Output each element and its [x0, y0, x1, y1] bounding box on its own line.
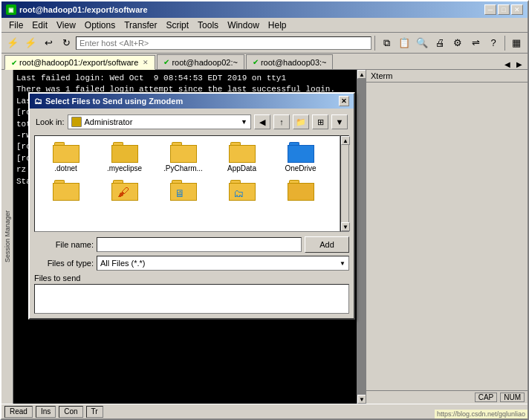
toolbar-connect-icon[interactable]: ⚡ [22, 35, 39, 51]
tab-2-label: root@hadoop03:~ [261, 58, 327, 67]
dialog-overlay: 🗂 Select Files to Send using Zmodem ✕ Lo… [13, 70, 366, 404]
file-item-pycharm[interactable]: .PyCharm... [155, 139, 211, 174]
toolbar-settings-icon[interactable]: ⚙ [450, 35, 466, 51]
file-browser-container: .dotnet .myeclipse [34, 135, 349, 232]
file-browser-scrollbar[interactable]: ▲ ▼ [340, 135, 349, 232]
dialog-body: Look in: Administrator ▼ ◀ ↑ 📁 ⊞ ▼ [30, 109, 354, 318]
tab-0-icon: ✔ [11, 59, 17, 67]
right-panel: Xterm https://blog.csdn.net/gqlunliao CA… [366, 70, 528, 404]
tab-2[interactable]: ✔ root@hadoop03:~ [246, 54, 334, 69]
menu-help[interactable]: Help [264, 19, 291, 31]
menu-tools[interactable]: Tools [193, 19, 223, 31]
file-inputs: File name: Add Files of type: All Files … [34, 236, 349, 314]
add-button[interactable]: Add [305, 236, 349, 253]
file-item-special5[interactable] [273, 177, 328, 204]
folder-icon-special4: 🗂 [229, 178, 256, 201]
file-item-appdata[interactable]: AppData [214, 139, 270, 174]
maximize-button[interactable]: □ [498, 4, 510, 15]
toolbar-find-icon[interactable]: 🔍 [414, 35, 430, 51]
menu-options[interactable]: Options [80, 19, 120, 31]
look-in-label: Look in: [36, 117, 65, 126]
look-in-select[interactable]: Administrator ▼ [68, 114, 251, 129]
file-scroll-up[interactable]: ▲ [341, 136, 350, 145]
right-panel-content: https://blog.csdn.net/gqlunliao [366, 83, 528, 390]
toolbar-transfer-icon[interactable]: ⇌ [467, 35, 484, 51]
view-options-button[interactable]: ⊞ [312, 114, 328, 129]
file-item-special3[interactable]: 🖥 [155, 177, 211, 204]
toolbar-separator-2 [504, 36, 505, 51]
num-badge: NUM [500, 392, 525, 402]
tab-arrows: ◀ ▶ [502, 59, 525, 69]
filename-row: File name: Add [34, 236, 349, 253]
toolbar-new-icon[interactable]: ⚡ [4, 35, 21, 51]
tab-1[interactable]: ✔ root@hadoop02:~ [157, 54, 244, 69]
menu-script[interactable]: Script [161, 19, 193, 31]
menu-file[interactable]: File [4, 19, 27, 31]
files-to-send-section: Files to send [34, 274, 349, 314]
tab-1-icon: ✔ [163, 58, 169, 66]
filetype-row: Files of type: All Files (*.*) ▼ [34, 256, 349, 271]
back-button[interactable]: ◀ [254, 114, 270, 129]
view-dropdown-button[interactable]: ▼ [331, 114, 348, 129]
toolbar-print-icon[interactable]: 🖨 [432, 35, 448, 51]
folder-icon-onedrive [288, 140, 314, 163]
menu-window[interactable]: Window [223, 19, 264, 31]
filename-label: File name: [34, 240, 94, 249]
status-con: Con [59, 406, 82, 418]
file-browser[interactable]: .dotnet .myeclipse [34, 135, 340, 232]
menu-edit[interactable]: Edit [27, 19, 52, 31]
dialog-title-icon: 🗂 [34, 97, 42, 106]
cap-badge: CAP [475, 392, 498, 402]
toolbar-extra-icon[interactable]: ▦ [508, 35, 525, 51]
file-item-special4[interactable]: 🗂 [214, 177, 270, 204]
toolbar-help-icon[interactable]: ? [485, 35, 502, 51]
app-icon: ▣ [6, 4, 16, 15]
current-folder-label: Administrator [85, 117, 133, 126]
file-label-appdata: AppData [227, 164, 256, 172]
file-scroll-track[interactable] [341, 145, 348, 222]
main-window: ▣ root@hadoop01:/export/software ─ □ ✕ F… [0, 0, 529, 420]
tab-next-arrow[interactable]: ▶ [514, 59, 525, 69]
filetype-dropdown-arrow: ▼ [340, 260, 345, 267]
address-input[interactable] [76, 36, 371, 50]
close-button[interactable]: ✕ [511, 4, 523, 15]
filetype-select[interactable]: All Files (*.*) ▼ [97, 256, 349, 271]
file-item-special2[interactable]: 🖌 [97, 177, 152, 204]
file-scroll-down[interactable]: ▼ [341, 222, 350, 231]
dialog-close-button[interactable]: ✕ [339, 96, 349, 106]
toolbar-back-icon[interactable]: ↩ [40, 35, 56, 51]
files-to-send-label: Files to send [34, 274, 349, 282]
filename-input[interactable] [97, 237, 302, 252]
dialog-title-bar: 🗂 Select Files to Send using Zmodem ✕ [30, 94, 354, 109]
tab-prev-arrow[interactable]: ◀ [502, 59, 513, 69]
up-folder-button[interactable]: ↑ [273, 114, 290, 129]
file-item-dotnet[interactable]: .dotnet [38, 139, 94, 174]
toolbar-paste-icon[interactable]: 📋 [396, 35, 412, 51]
tab-0-close[interactable]: ✕ [143, 59, 149, 66]
folder-icon-special3: 🖥 [170, 178, 197, 201]
file-item-myeclipse[interactable]: .myeclipse [97, 139, 152, 174]
session-label: Session Manager [4, 210, 11, 262]
file-item-onedrive[interactable]: OneDrive [273, 139, 328, 174]
folder-icon-dotnet [53, 140, 79, 163]
status-ins: Ins [36, 406, 56, 418]
minimize-button[interactable]: ─ [484, 4, 496, 15]
window-title: root@hadoop01:/export/software [19, 5, 148, 14]
new-folder-button[interactable]: 📁 [293, 114, 309, 129]
toolbar-separator-1 [374, 36, 375, 51]
toolbar-refresh-icon[interactable]: ↻ [58, 35, 74, 51]
menu-view[interactable]: View [52, 19, 80, 31]
terminal-wrapper: Last failed login: Wed Oct 9 08:54:53 ED… [13, 70, 366, 404]
file-item-special1[interactable] [38, 177, 94, 204]
tab-0[interactable]: ✔ root@hadoop01:/export/software ✕ [4, 55, 155, 70]
file-toolbar: Look in: Administrator ▼ ◀ ↑ 📁 ⊞ ▼ [34, 113, 349, 131]
title-bar-left: ▣ root@hadoop01:/export/software [6, 4, 148, 15]
files-to-send-box[interactable] [34, 284, 349, 314]
status-tr: Tr [86, 406, 103, 418]
folder-icon-special5 [288, 178, 314, 201]
menu-transfer[interactable]: Transfer [120, 19, 161, 31]
file-label-pycharm: .PyCharm... [163, 164, 203, 172]
session-sidebar: Session Manager [1, 70, 13, 404]
menu-bar: File Edit View Options Transfer Script T… [1, 18, 528, 33]
toolbar-copy-icon[interactable]: ⧉ [378, 35, 395, 51]
